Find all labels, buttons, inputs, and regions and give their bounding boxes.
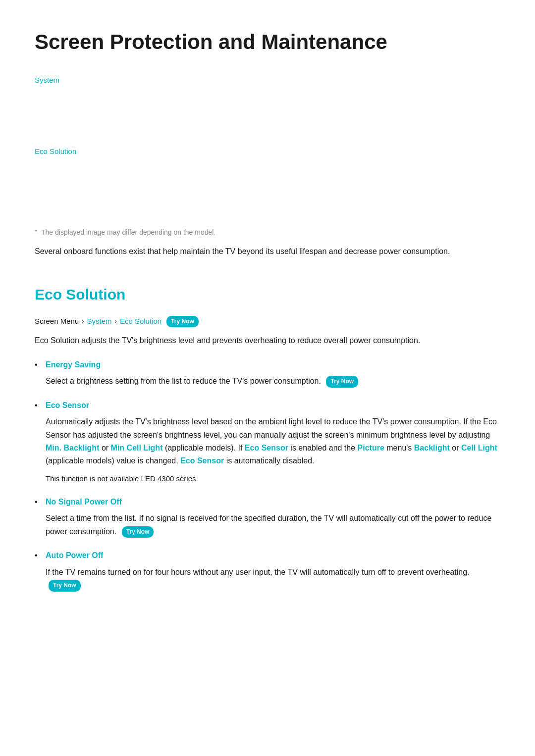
eco-sensor-link-1[interactable]: Eco Sensor bbox=[245, 444, 288, 452]
page-title: Screen Protection and Maintenance bbox=[35, 30, 500, 54]
breadcrumb-arrow-2: › bbox=[115, 316, 117, 327]
breadcrumb-system-link[interactable]: System bbox=[87, 315, 112, 327]
auto-power-off-try-now[interactable]: Try Now bbox=[49, 580, 81, 592]
list-item-energy-saving: Energy Saving Select a brightness settin… bbox=[35, 358, 500, 388]
feature-list: Energy Saving Select a brightness settin… bbox=[35, 358, 500, 592]
breadcrumb-arrow-1: › bbox=[82, 316, 84, 327]
eco-solution-breadcrumb-link[interactable]: Eco Solution bbox=[35, 146, 500, 157]
picture-link[interactable]: Picture bbox=[358, 444, 384, 452]
no-signal-power-off-text: Select a time from the list. If no signa… bbox=[46, 512, 500, 538]
quote-mark: " bbox=[35, 227, 37, 238]
list-item-eco-sensor: Eco Sensor Automatically adjusts the TV'… bbox=[35, 399, 500, 485]
breadcrumb-try-now-badge[interactable]: Try Now bbox=[166, 316, 199, 327]
breadcrumb-prefix: Screen Menu bbox=[35, 315, 79, 327]
breadcrumb-nav: Screen Menu › System › Eco Solution Try … bbox=[35, 315, 500, 327]
breadcrumb-eco-link[interactable]: Eco Solution bbox=[120, 315, 161, 327]
energy-saving-text: Select a brightness setting from the lis… bbox=[46, 375, 500, 388]
intro-text: Several onboard functions exist that hel… bbox=[35, 245, 500, 258]
system-breadcrumb-link[interactable]: System bbox=[35, 74, 500, 86]
note-line: " The displayed image may differ dependi… bbox=[35, 227, 500, 238]
energy-saving-title: Energy Saving bbox=[46, 358, 500, 371]
backlight-link[interactable]: Backlight bbox=[414, 444, 450, 452]
eco-sensor-link-2[interactable]: Eco Sensor bbox=[180, 456, 224, 465]
no-signal-try-now[interactable]: Try Now bbox=[122, 526, 154, 538]
eco-solution-section-title: Eco Solution bbox=[35, 283, 500, 306]
energy-saving-try-now[interactable]: Try Now bbox=[326, 376, 358, 388]
auto-power-off-title: Auto Power Off bbox=[46, 549, 500, 562]
eco-sensor-note: This function is not available LED 4300 … bbox=[46, 473, 500, 485]
eco-sensor-title: Eco Sensor bbox=[46, 399, 500, 412]
section-description: Eco Solution adjusts the TV's brightness… bbox=[35, 334, 500, 347]
min-backlight-link[interactable]: Min. Backlight bbox=[46, 444, 99, 452]
min-cell-light-link[interactable]: Min Cell Light bbox=[111, 444, 163, 452]
list-item-no-signal-power-off: No Signal Power Off Select a time from t… bbox=[35, 496, 500, 538]
eco-sensor-text: Automatically adjusts the TV's brightnes… bbox=[46, 415, 500, 468]
auto-power-off-text: If the TV remains turned on for four hou… bbox=[46, 566, 500, 592]
note-text: The displayed image may differ depending… bbox=[41, 227, 215, 238]
list-item-auto-power-off: Auto Power Off If the TV remains turned … bbox=[35, 549, 500, 592]
no-signal-power-off-title: No Signal Power Off bbox=[46, 496, 500, 508]
cell-light-link[interactable]: Cell Light bbox=[461, 444, 497, 452]
